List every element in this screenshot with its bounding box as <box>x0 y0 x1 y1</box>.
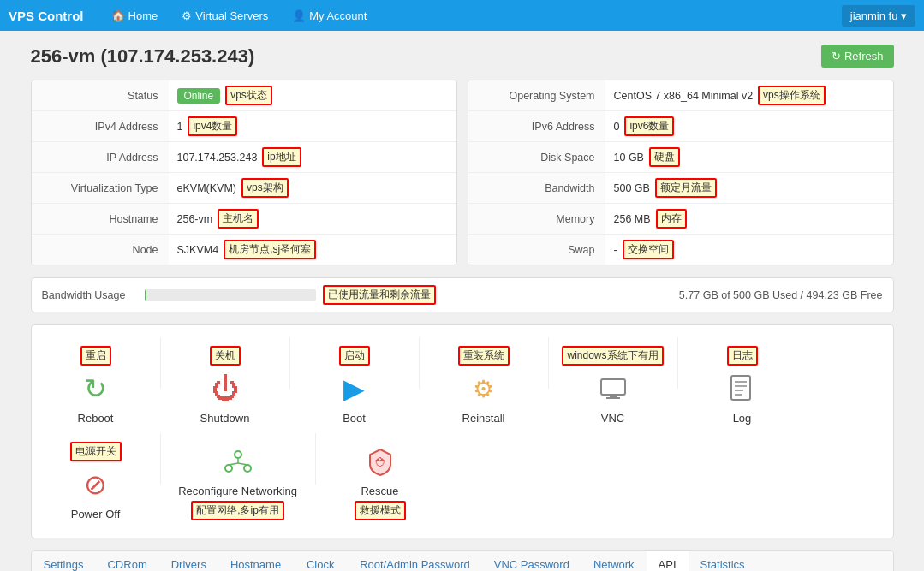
disk-row: Disk Space 10 GB 硬盘 <box>468 142 893 173</box>
anno-bandwidth: 已使用流量和剩余流量 <box>323 285 436 305</box>
os-row: Operating System CentOS 7 x86_64 Minimal… <box>468 80 893 111</box>
svg-rect-3 <box>731 376 750 400</box>
memory-label: Memory <box>468 204 605 234</box>
tab-vnc-password[interactable]: VNC Password <box>482 551 581 571</box>
right-panel: Operating System CentOS 7 x86_64 Minimal… <box>468 80 894 265</box>
status-row: Status Online vps状态 <box>32 80 456 111</box>
boot-label: Boot <box>343 412 366 425</box>
bw-row: Bandwidth 500 GB 额定月流量 <box>468 173 893 204</box>
actions-row2: 电源开关 ⊘ Power Off Reconfigure N <box>40 433 885 526</box>
boot-button[interactable]: 启动 ▶ Boot <box>299 337 410 430</box>
anno-os: vps操作系统 <box>758 86 826 105</box>
bw-value: 500 GB 额定月流量 <box>605 173 893 203</box>
tab-clock[interactable]: Clock 时区 <box>293 551 348 571</box>
anno-ipv4: ipv4数量 <box>188 116 237 136</box>
node-value: SJKVM4 机房节点,sj圣何塞 <box>169 235 456 265</box>
online-badge: Online <box>177 88 221 104</box>
hostname-label: Hostname <box>32 204 169 234</box>
bandwidth-bar-outer <box>145 289 316 301</box>
tab-statistics[interactable]: Statistics <box>689 551 757 571</box>
tab-drivers[interactable]: Drivers 驱动 <box>159 551 218 571</box>
rescue-label: Rescue <box>361 485 398 497</box>
poweroff-button[interactable]: 电源开关 ⊘ Power Off <box>40 433 152 526</box>
hostname-row: Hostname 256-vm 主机名 <box>32 204 456 235</box>
shutdown-button[interactable]: 关机 ⏻ Shutdown <box>170 337 281 430</box>
shutdown-label: Shutdown <box>200 412 250 425</box>
reboot-button[interactable]: 重启 ↻ Reboot <box>40 337 152 430</box>
svg-rect-0 <box>601 379 625 395</box>
tab-hostname[interactable]: Hostname 主机名 <box>218 551 293 571</box>
divider6 <box>160 433 161 485</box>
topnav: VPS Control 🏠 Home ⚙ Virtual Servers 👤 M… <box>0 0 924 31</box>
anno-ip: ip地址 <box>262 147 301 167</box>
ipv6-row: IPv6 Address 0 ipv6数量 <box>468 111 893 142</box>
tabs-section: Settings 设置 CDRom 光驱 Drivers 驱动 Hostname… <box>31 550 894 571</box>
rescue-button[interactable]: ⛑ Rescue 救援模式 <box>325 433 436 526</box>
disk-label: Disk Space <box>468 142 605 172</box>
tab-api[interactable]: API <box>647 551 689 571</box>
status-label: Status <box>32 80 169 110</box>
page-header: 256-vm (107.174.253.243) ↻ Refresh <box>31 45 894 68</box>
divider3 <box>419 337 420 389</box>
bandwidth-bar-wrap: 已使用流量和剩余流量 <box>145 285 671 305</box>
poweroff-icon: ⊘ <box>76 465 116 504</box>
divider1 <box>160 337 161 389</box>
reconfig-network-button[interactable]: Reconfigure Networking 配置网络,多ip有用 <box>170 433 307 526</box>
vnc-button[interactable]: windows系统下有用 VNC <box>557 337 669 430</box>
reinstall-button[interactable]: 重装系统 ⚙ Reinstall <box>428 337 539 430</box>
ip-address-value: 107.174.253.243 ip地址 <box>169 142 456 172</box>
os-label: Operating System <box>468 80 605 110</box>
anno-rescue: 救援模式 <box>355 501 406 520</box>
virt-label: Virtualization Type <box>32 173 169 203</box>
anno-reinstall: 重装系统 <box>458 346 510 366</box>
reconfig-network-icon <box>218 442 258 481</box>
refresh-button[interactable]: ↻ Refresh <box>821 45 893 68</box>
ipv4-count-value: 1 ipv4数量 <box>169 111 456 141</box>
anno-reconfig: 配置网络,多ip有用 <box>191 501 284 520</box>
tab-settings[interactable]: Settings 设置 <box>32 551 96 571</box>
rescue-icon: ⛑ <box>361 442 400 481</box>
user-menu[interactable]: jianmin fu ▾ <box>842 5 915 27</box>
node-row: Node SJKVM4 机房节点,sj圣何塞 <box>32 235 456 265</box>
anno-virt: vps架构 <box>241 178 289 198</box>
ipv6-value: 0 ipv6数量 <box>605 111 893 141</box>
memory-row: Memory 256 MB 内存 <box>468 204 893 235</box>
nav-home[interactable]: 🏠 Home <box>101 4 169 27</box>
anno-vps-status: vps状态 <box>225 86 272 105</box>
svg-line-12 <box>229 463 238 465</box>
svg-line-13 <box>238 463 247 465</box>
divider2 <box>289 337 290 389</box>
reboot-icon: ↻ <box>76 369 116 408</box>
anno-vnc: windows系统下有用 <box>562 346 663 366</box>
svg-rect-1 <box>610 395 617 397</box>
shutdown-icon: ⏻ <box>206 369 245 408</box>
reboot-label: Reboot <box>78 412 114 425</box>
svg-rect-2 <box>606 397 620 399</box>
tabs-header: Settings 设置 CDRom 光驱 Drivers 驱动 Hostname… <box>32 551 893 571</box>
tab-root-password[interactable]: Root/Admin Password root密码设置,常用 <box>348 551 482 571</box>
nav-my-account[interactable]: 👤 My Account <box>282 4 377 27</box>
brand: VPS Control <box>9 9 84 23</box>
reinstall-label: Reinstall <box>462 412 505 425</box>
svg-point-9 <box>225 465 232 472</box>
anno-reboot: 重启 <box>80 346 111 366</box>
actions-row1: 重启 ↻ Reboot 关机 ⏻ Shutdown 启动 ▶ Boot 重装系统 <box>40 337 885 430</box>
bandwidth-bar-inner <box>145 289 146 301</box>
node-label: Node <box>32 235 169 265</box>
anno-boot: 启动 <box>339 346 370 366</box>
vnc-icon <box>593 369 633 408</box>
anno-log: 日志 <box>727 346 758 366</box>
divider4 <box>548 337 549 389</box>
log-label: Log <box>733 412 752 425</box>
tab-cdrom[interactable]: CDRom 光驱 <box>95 551 158 571</box>
reconfig-network-label: Reconfigure Networking <box>178 485 297 497</box>
log-button[interactable]: 日志 Log <box>687 337 798 430</box>
nav-virtual-servers[interactable]: ⚙ Virtual Servers <box>171 4 278 27</box>
log-icon <box>723 369 762 408</box>
disk-value: 10 GB 硬盘 <box>605 142 893 172</box>
tab-network[interactable]: Network <box>581 551 647 571</box>
svg-point-8 <box>235 451 241 458</box>
os-value: CentOS 7 x86_64 Minimal v2 vps操作系统 <box>605 80 893 110</box>
swap-value: - 交换空间 <box>605 235 893 265</box>
vnc-label: VNC <box>601 412 624 425</box>
